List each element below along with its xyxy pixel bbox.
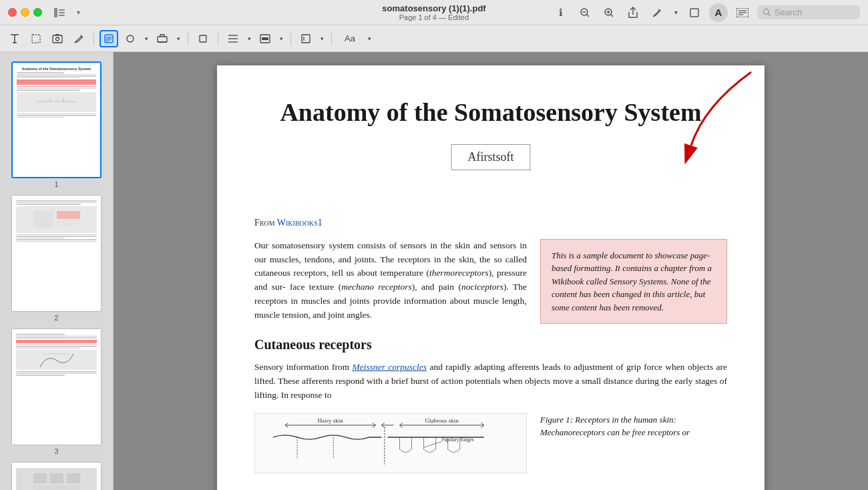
svg-line-65	[481, 425, 484, 428]
redact-tool-dropdown[interactable]: ▾	[277, 30, 285, 47]
page-1-number: 1	[11, 180, 101, 188]
search-input[interactable]	[775, 7, 855, 17]
stamp-tool-dropdown[interactable]: ▾	[174, 30, 182, 47]
minimize-button[interactable]	[21, 8, 29, 17]
pen-tool-button[interactable]	[648, 3, 666, 22]
svg-rect-47	[50, 473, 63, 483]
sidebar-toggle-button[interactable]	[50, 3, 69, 22]
traffic-lights	[8, 8, 42, 17]
toolbar-separator-4	[290, 32, 291, 45]
search-bar[interactable]	[757, 5, 860, 19]
svg-line-64	[481, 423, 484, 425]
source-box-container: Afirstsoft	[254, 144, 727, 178]
titlebar-right-controls: ℹ ▾ A	[552, 3, 860, 22]
redact-tool-button[interactable]	[256, 30, 274, 47]
page-4-thumbnail[interactable]: 4	[11, 462, 101, 490]
annotate-button[interactable]: A	[709, 3, 728, 22]
content-area[interactable]: Anatomy of the Somatosensory System Afir…	[114, 52, 868, 490]
svg-line-55	[373, 423, 376, 425]
pdf-body-paragraph: Our somatosensory system consists of sen…	[254, 239, 527, 324]
toolbar: ▾ ▾ ▾ ▾ ▾ Aa ▾	[0, 25, 868, 52]
wikibooks-link[interactable]: Wikibooks1	[277, 218, 322, 228]
toolbar-separator-5	[331, 32, 332, 45]
pdf-section-paragraph: Sensory information from Meissner corpus…	[254, 360, 727, 403]
page-3-thumbnail[interactable]: 3	[11, 328, 101, 458]
toolbar-separator-1	[93, 32, 94, 45]
zoom-in-button[interactable]	[600, 3, 618, 22]
page-3-preview	[11, 328, 101, 445]
svg-rect-28	[200, 35, 206, 42]
pdf-title: Anatomy of the Somatosensory System	[254, 97, 727, 128]
svg-text:Papillary Ridges: Papillary Ridges	[442, 437, 474, 443]
svg-line-53	[285, 423, 288, 425]
select-tool-button[interactable]	[27, 30, 45, 47]
svg-line-17	[769, 14, 771, 16]
svg-line-68	[424, 441, 442, 447]
svg-rect-0	[54, 8, 57, 17]
page-display-button[interactable]	[685, 3, 704, 22]
align-tool-button[interactable]	[224, 30, 242, 47]
figure-diagram: Hairy skin Glabrous skin	[254, 413, 527, 473]
align-tool-dropdown[interactable]: ▾	[245, 30, 253, 47]
shape-tool-dropdown[interactable]: ▾	[142, 30, 150, 47]
figure-caption: Figure 1: Receptors in the human skin: M…	[540, 413, 727, 473]
zoom-out-button[interactable]	[576, 3, 594, 22]
svg-rect-48	[67, 473, 80, 483]
search-icon	[763, 8, 771, 17]
svg-rect-40	[57, 211, 80, 219]
fullscreen-button[interactable]	[33, 8, 42, 17]
font-tool-dropdown[interactable]: ▾	[365, 30, 373, 47]
pdf-section-heading: Cutaneous receptors	[254, 337, 727, 352]
info-button[interactable]: ℹ	[552, 3, 570, 22]
titlebar: ▾ somatosensory (1)(1).pdf Page 1 of 4 —…	[0, 0, 868, 25]
page-1-preview: Anatomy of the Somatosensory System	[11, 61, 101, 178]
crop-tool-button[interactable]	[194, 30, 212, 47]
svg-point-25	[127, 35, 134, 42]
svg-rect-26	[158, 37, 167, 42]
svg-rect-39	[33, 211, 53, 228]
arrow-annotation	[618, 65, 765, 212]
font-tool-button[interactable]: Aa	[337, 30, 363, 47]
svg-rect-19	[53, 35, 62, 43]
redact-toolbar-button[interactable]	[733, 3, 752, 22]
stamp-tool-button[interactable]	[153, 30, 172, 47]
svg-line-60	[381, 425, 385, 428]
page-4-preview	[11, 462, 101, 490]
skin-diagram-svg: Hairy skin Glabrous skin	[255, 414, 526, 473]
pdf-page: Anatomy of the Somatosensory System Afir…	[217, 65, 765, 490]
titlebar-center: somatosensory (1)(1).pdf Page 1 of 4 — E…	[382, 3, 485, 21]
document-page-info: Page 1 of 4 — Edited	[399, 13, 469, 21]
pdf-source-box: Afirstsoft	[451, 144, 531, 170]
shape-tool-button[interactable]	[121, 30, 140, 47]
zoom-display-dropdown[interactable]: ▾	[318, 30, 326, 47]
zoom-display-button[interactable]	[296, 30, 315, 47]
svg-text:Hairy skin: Hairy skin	[318, 417, 343, 424]
svg-point-16	[764, 9, 769, 15]
page-1-thumbnail[interactable]: Anatomy of the Somatosensory System 1	[11, 61, 101, 191]
page-2-thumbnail[interactable]: 2	[11, 195, 101, 324]
svg-rect-44	[37, 350, 77, 369]
share-button[interactable]	[624, 3, 642, 22]
svg-point-20	[56, 37, 59, 41]
svg-line-56	[373, 425, 376, 428]
svg-line-59	[381, 423, 385, 425]
close-button[interactable]	[8, 8, 17, 17]
markup-tool-button[interactable]	[69, 30, 88, 47]
sidebar-toggle-dropdown[interactable]: ▾	[69, 3, 87, 22]
pen-tool-dropdown[interactable]: ▾	[672, 3, 680, 22]
sidebar: Anatomy of the Somatosensory System 1	[0, 52, 114, 490]
snapshot-tool-button[interactable]	[48, 30, 67, 47]
svg-line-5	[587, 14, 590, 17]
main-layout: Anatomy of the Somatosensory System 1	[0, 52, 868, 490]
svg-line-62	[400, 423, 403, 425]
svg-rect-33	[262, 37, 268, 40]
toolbar-separator-3	[218, 32, 218, 45]
svg-rect-46	[33, 473, 47, 483]
svg-rect-18	[32, 35, 40, 43]
page-2-preview	[11, 195, 101, 312]
svg-rect-34	[302, 35, 310, 43]
pdf-from-line: From Wikibooks1	[254, 218, 727, 228]
text-tool-button[interactable]	[5, 30, 24, 47]
highlight-tool-button[interactable]	[99, 30, 118, 47]
meissner-link[interactable]: Meissner corpuscles	[353, 362, 427, 372]
